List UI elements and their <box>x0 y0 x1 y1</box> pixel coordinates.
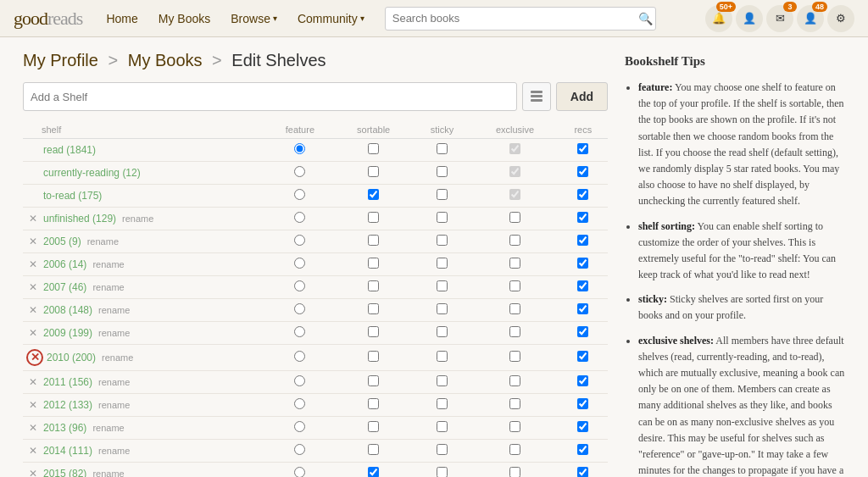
feature-radio[interactable] <box>294 212 305 223</box>
search-input[interactable] <box>385 7 656 31</box>
exclusive-checkbox[interactable] <box>509 280 520 291</box>
delete-button[interactable]: ✕ <box>26 468 40 477</box>
exclusive-checkbox[interactable] <box>509 166 520 177</box>
sortable-checkbox[interactable] <box>368 444 379 455</box>
settings-button[interactable]: ⚙ <box>827 5 854 32</box>
exclusive-checkbox[interactable] <box>509 421 520 432</box>
feature-radio[interactable] <box>294 467 305 477</box>
feature-radio[interactable] <box>294 398 305 409</box>
delete-button[interactable]: ✕ <box>26 399 40 411</box>
sticky-checkbox[interactable] <box>437 467 448 477</box>
feature-radio[interactable] <box>294 280 305 291</box>
sortable-checkbox[interactable] <box>368 398 379 409</box>
sortable-checkbox[interactable] <box>368 326 379 337</box>
feature-radio[interactable] <box>294 143 305 154</box>
exclusive-checkbox[interactable] <box>509 143 520 154</box>
rename-link[interactable]: rename <box>92 469 124 477</box>
sticky-checkbox[interactable] <box>437 280 448 291</box>
exclusive-checkbox[interactable] <box>509 303 520 314</box>
shelf-name-link[interactable]: 2014 (111) <box>43 445 92 457</box>
sticky-checkbox[interactable] <box>437 375 448 386</box>
recs-checkbox[interactable] <box>577 303 588 314</box>
feature-radio[interactable] <box>294 351 305 362</box>
sticky-checkbox[interactable] <box>437 421 448 432</box>
sticky-checkbox[interactable] <box>437 351 448 362</box>
shelf-name-link[interactable]: unfinished (129) <box>43 213 116 225</box>
recs-checkbox[interactable] <box>577 280 588 291</box>
profile-button[interactable]: 👤 48 <box>797 5 824 32</box>
shelf-name-link[interactable]: to-read (175) <box>43 190 102 202</box>
shelf-name-link[interactable]: 2006 (14) <box>43 258 86 270</box>
sticky-checkbox[interactable] <box>437 258 448 269</box>
shelf-name-link[interactable]: 2015 (82) <box>43 468 86 477</box>
sortable-checkbox[interactable] <box>368 143 379 154</box>
sticky-checkbox[interactable] <box>437 143 448 154</box>
sticky-checkbox[interactable] <box>437 398 448 409</box>
sortable-checkbox[interactable] <box>368 189 379 200</box>
delete-button[interactable]: ✕ <box>26 376 40 388</box>
sortable-checkbox[interactable] <box>368 467 379 477</box>
rename-link[interactable]: rename <box>98 328 130 338</box>
feature-radio[interactable] <box>294 326 305 337</box>
sortable-checkbox[interactable] <box>368 375 379 386</box>
table-icon[interactable] <box>522 82 551 111</box>
breadcrumb-my-profile[interactable]: My Profile <box>23 51 98 69</box>
exclusive-checkbox[interactable] <box>509 212 520 223</box>
rename-link[interactable]: rename <box>98 400 130 410</box>
exclusive-checkbox[interactable] <box>509 467 520 477</box>
sticky-checkbox[interactable] <box>437 326 448 337</box>
recs-checkbox[interactable] <box>577 467 588 477</box>
nav-community[interactable]: Community ▾ <box>289 7 373 31</box>
recs-checkbox[interactable] <box>577 258 588 269</box>
add-shelf-button[interactable]: Add <box>556 82 608 111</box>
recs-checkbox[interactable] <box>577 326 588 337</box>
rename-link[interactable]: rename <box>92 282 124 292</box>
sortable-checkbox[interactable] <box>368 258 379 269</box>
feature-radio[interactable] <box>294 235 305 246</box>
feature-radio[interactable] <box>294 303 305 314</box>
shelf-name-link[interactable]: 2007 (46) <box>43 281 86 293</box>
rename-link[interactable]: rename <box>98 446 130 456</box>
shelf-name-link[interactable]: 2011 (156) <box>43 376 92 388</box>
rename-link[interactable]: rename <box>87 236 119 247</box>
nav-home[interactable]: Home <box>97 7 146 31</box>
recs-checkbox[interactable] <box>577 212 588 223</box>
sticky-checkbox[interactable] <box>437 166 448 177</box>
recs-checkbox[interactable] <box>577 235 588 246</box>
delete-button[interactable]: ✕ <box>26 281 40 293</box>
shelf-name-link[interactable]: 2012 (133) <box>43 399 92 411</box>
shelf-name-link[interactable]: 2013 (96) <box>43 422 86 434</box>
exclusive-checkbox[interactable] <box>509 189 520 200</box>
recs-checkbox[interactable] <box>577 351 588 362</box>
feature-radio[interactable] <box>294 375 305 386</box>
feature-radio[interactable] <box>294 189 305 200</box>
sticky-checkbox[interactable] <box>437 189 448 200</box>
feature-radio[interactable] <box>294 421 305 432</box>
rename-link[interactable]: rename <box>98 377 130 387</box>
messages-button[interactable]: ✉ 3 <box>766 5 793 32</box>
delete-button[interactable]: ✕ <box>26 349 43 366</box>
rename-link[interactable]: rename <box>122 214 153 224</box>
shelf-name-link[interactable]: read (1841) <box>43 144 96 156</box>
exclusive-checkbox[interactable] <box>509 375 520 386</box>
sticky-checkbox[interactable] <box>437 444 448 455</box>
sortable-checkbox[interactable] <box>368 235 379 246</box>
rename-link[interactable]: rename <box>92 259 124 269</box>
sortable-checkbox[interactable] <box>368 303 379 314</box>
recs-checkbox[interactable] <box>577 444 588 455</box>
delete-button[interactable]: ✕ <box>26 213 40 225</box>
exclusive-checkbox[interactable] <box>509 235 520 246</box>
feature-radio[interactable] <box>294 444 305 455</box>
sortable-checkbox[interactable] <box>368 421 379 432</box>
delete-button[interactable]: ✕ <box>26 445 40 457</box>
shelf-name-link[interactable]: 2008 (148) <box>43 304 92 316</box>
search-button[interactable]: 🔍 <box>638 12 653 25</box>
recs-checkbox[interactable] <box>577 421 588 432</box>
shelf-name-link[interactable]: 2009 (199) <box>43 327 92 339</box>
logo[interactable]: goodreads <box>14 8 82 30</box>
sortable-checkbox[interactable] <box>368 166 379 177</box>
shelf-name-link[interactable]: 2005 (9) <box>43 236 81 247</box>
delete-button[interactable]: ✕ <box>26 236 40 247</box>
sticky-checkbox[interactable] <box>437 212 448 223</box>
nav-my-books[interactable]: My Books <box>150 7 219 31</box>
